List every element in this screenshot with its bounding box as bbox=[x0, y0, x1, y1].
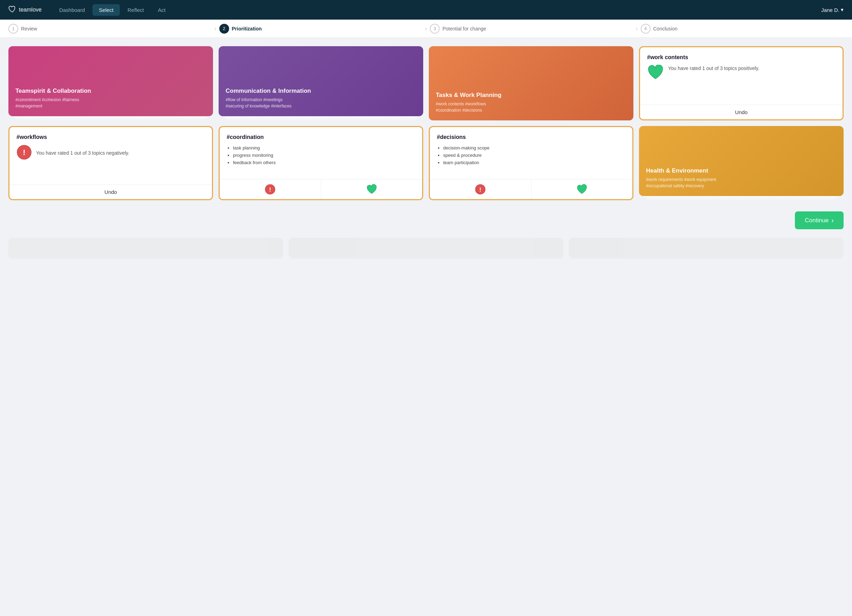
nav-act[interactable]: Act bbox=[152, 4, 172, 16]
work-contents-card: #work contents You have rated 1 out of 3… bbox=[639, 46, 844, 120]
coordination-card-body: #coordination task planning progress mon… bbox=[220, 127, 422, 179]
coordination-title: #coordination bbox=[227, 134, 415, 140]
card-grid-row2: #workflows ! You have rated 1 out of 3 t… bbox=[8, 126, 844, 200]
decisions-title: #decisions bbox=[437, 134, 625, 140]
workflows-undo-button[interactable]: Undo bbox=[9, 184, 212, 199]
workflows-content: ! You have rated 1 out of 3 topics negat… bbox=[17, 145, 205, 161]
workflows-card: #workflows ! You have rated 1 out of 3 t… bbox=[8, 126, 213, 200]
step-prioritization: 2 Prioritization bbox=[219, 24, 423, 34]
work-contents-title: #work contents bbox=[647, 54, 835, 60]
communication-tags: #flow of information #meetings#securing … bbox=[226, 96, 416, 109]
nav-select[interactable]: Select bbox=[92, 4, 120, 16]
step-potential: 3 Potential for change bbox=[430, 24, 633, 34]
continue-button[interactable]: Continue › bbox=[795, 211, 844, 229]
brand-heart-icon bbox=[8, 6, 16, 14]
work-contents-undo-button[interactable]: Undo bbox=[640, 105, 843, 119]
continue-arrow-icon: › bbox=[831, 216, 834, 224]
work-contents-card-body: #work contents You have rated 1 out of 3… bbox=[640, 47, 843, 105]
step-2-label: Prioritization bbox=[232, 26, 262, 32]
topic-card-health[interactable]: Health & Environment #work requirements … bbox=[639, 126, 844, 196]
step-review: 1 Review bbox=[8, 24, 211, 34]
tasks-tags: #work contents #workflows#coordination #… bbox=[436, 101, 626, 113]
nav-user[interactable]: Jane D. ▾ bbox=[821, 7, 844, 13]
health-title: Health & Environment bbox=[646, 167, 837, 174]
breadcrumb: 1 Review › 2 Prioritization › 3 Potentia… bbox=[0, 20, 852, 38]
topic-card-teamspirit[interactable]: Teamspirit & Collaboration #commitment #… bbox=[8, 46, 213, 116]
teamspirit-tags: #commitment #cohesion #fairness#manageme… bbox=[15, 96, 206, 109]
breadcrumb-steps: 1 Review › 2 Prioritization › 3 Potentia… bbox=[8, 24, 844, 34]
workflows-text: You have rated 1 out of 3 topics negativ… bbox=[36, 149, 129, 157]
continue-label: Continue bbox=[805, 217, 829, 224]
workflows-title: #workflows bbox=[17, 134, 205, 140]
nav-dashboard[interactable]: Dashboard bbox=[53, 4, 91, 16]
topic-card-communication[interactable]: Communication & Information #flow of inf… bbox=[219, 46, 423, 116]
work-contents-content: You have rated 1 out of 3 topics positiv… bbox=[647, 65, 835, 81]
step-arrow-2: › bbox=[425, 25, 427, 32]
main-content: Teamspirit & Collaboration #commitment #… bbox=[0, 38, 852, 267]
coordination-list: task planning progress monitoring feedba… bbox=[227, 145, 415, 165]
decisions-card: #decisions decision-making scope speed &… bbox=[429, 126, 633, 200]
coordination-item-2: progress monitoring bbox=[233, 153, 415, 158]
card-grid-row1: Teamspirit & Collaboration #commitment #… bbox=[8, 46, 844, 120]
coordination-item-3: feedback from others bbox=[233, 160, 415, 165]
brand-name: teamlove bbox=[19, 7, 42, 13]
coordination-vote-footer: ! bbox=[220, 179, 422, 199]
navbar: teamlove Dashboard Select Reflect Act Ja… bbox=[0, 0, 852, 20]
svg-text:!: ! bbox=[480, 187, 481, 193]
step-1-number: 1 bbox=[8, 24, 18, 34]
step-4-number: 4 bbox=[641, 24, 651, 34]
decisions-card-body: #decisions decision-making scope speed &… bbox=[430, 127, 632, 179]
step-3-label: Potential for change bbox=[443, 26, 486, 32]
step-2-number: 2 bbox=[219, 24, 229, 34]
step-1-label: Review bbox=[21, 26, 37, 32]
nav-reflect[interactable]: Reflect bbox=[121, 4, 150, 16]
tasks-title: Tasks & Work Planning bbox=[436, 92, 626, 99]
ghost-card-1 bbox=[8, 238, 283, 259]
decisions-list: decision-making scope speed & procedure … bbox=[437, 145, 625, 165]
coordination-negative-vote[interactable]: ! bbox=[220, 179, 321, 199]
continue-row: Continue › bbox=[8, 206, 844, 235]
decisions-item-2: speed & procedure bbox=[443, 153, 625, 158]
work-contents-text: You have rated 1 out of 3 topics positiv… bbox=[668, 65, 760, 72]
nav-user-name: Jane D. bbox=[821, 7, 839, 13]
step-3-number: 3 bbox=[430, 24, 440, 34]
health-tags: #work requirements #work equipment#occup… bbox=[646, 176, 837, 189]
ghost-bottom-row bbox=[8, 238, 844, 259]
decisions-item-3: team participation bbox=[443, 160, 625, 165]
decisions-vote-footer: ! bbox=[430, 179, 632, 199]
positive-heart-icon bbox=[647, 65, 664, 81]
communication-title: Communication & Information bbox=[226, 87, 416, 95]
decisions-item-1: decision-making scope bbox=[443, 145, 625, 151]
topic-card-tasks[interactable]: Tasks & Work Planning #work contents #wo… bbox=[429, 46, 633, 120]
ghost-card-3 bbox=[569, 238, 844, 259]
nav-user-chevron: ▾ bbox=[841, 7, 844, 13]
step-arrow-3: › bbox=[636, 25, 638, 32]
teamspirit-title: Teamspirit & Collaboration bbox=[15, 87, 206, 95]
nav-links: Dashboard Select Reflect Act bbox=[53, 4, 172, 16]
decisions-negative-vote[interactable]: ! bbox=[430, 179, 532, 199]
workflows-card-body: #workflows ! You have rated 1 out of 3 t… bbox=[9, 127, 212, 184]
step-conclusion: 4 Conclusion bbox=[641, 24, 844, 34]
svg-text:!: ! bbox=[269, 187, 271, 193]
decisions-positive-vote[interactable] bbox=[532, 179, 633, 199]
navbar-left: teamlove Dashboard Select Reflect Act bbox=[8, 4, 172, 16]
coordination-item-1: task planning bbox=[233, 145, 415, 151]
brand: teamlove bbox=[8, 6, 42, 14]
coordination-card: #coordination task planning progress mon… bbox=[219, 126, 423, 200]
ghost-card-2 bbox=[289, 238, 563, 259]
negative-icon: ! bbox=[17, 145, 32, 161]
coordination-positive-vote[interactable] bbox=[321, 179, 423, 199]
svg-text:!: ! bbox=[23, 148, 25, 157]
step-4-label: Conclusion bbox=[653, 26, 678, 32]
step-arrow-1: › bbox=[215, 25, 216, 32]
